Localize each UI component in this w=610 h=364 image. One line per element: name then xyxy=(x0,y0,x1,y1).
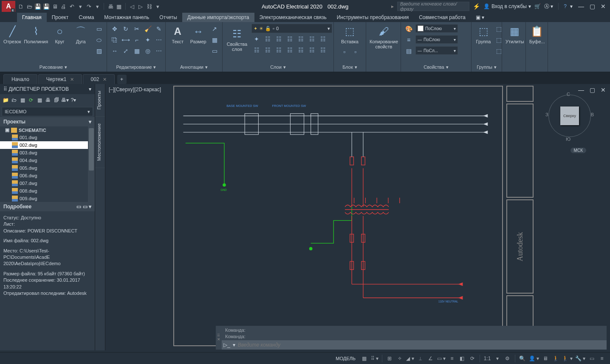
iso-icon[interactable]: ◢ ▾ xyxy=(405,354,415,363)
scale-icon[interactable]: ⤢ xyxy=(121,46,131,56)
erase-icon[interactable]: 🧹 xyxy=(143,24,153,34)
insert-button[interactable]: ⬚Вставка xyxy=(337,24,363,45)
projects-section[interactable]: Проекты▾ xyxy=(0,117,95,126)
layer-icon[interactable]: ✦ xyxy=(251,34,262,44)
layer-icon[interactable]: ☷ xyxy=(274,45,284,55)
user-icon[interactable]: 👤 ▾ xyxy=(528,354,540,363)
print-icon[interactable]: 🖶 xyxy=(107,3,114,10)
drag-handle-icon[interactable]: ⠿✕ xyxy=(216,326,222,350)
tree-file[interactable]: 009.dwg xyxy=(0,195,95,202)
table-icon[interactable]: ▦ xyxy=(209,35,220,45)
tab-panel[interactable]: Монтажная панель xyxy=(99,13,154,22)
command-input[interactable] xyxy=(238,342,605,348)
tree-file[interactable]: 006.dwg xyxy=(0,172,95,179)
arc-button[interactable]: ⌒Дуга xyxy=(71,24,90,45)
web-icon[interactable]: 🖥 xyxy=(51,3,59,10)
prev-icon[interactable]: ◁ xyxy=(128,3,136,10)
chevron-icon[interactable]: ▾ xyxy=(233,342,235,348)
tab-reports[interactable]: Отчеты xyxy=(154,13,182,22)
stretch-icon[interactable]: ↔ xyxy=(110,46,120,56)
copy-icon[interactable]: ⿻ xyxy=(110,35,120,45)
edit-icon[interactable]: ✎ xyxy=(154,24,164,34)
saveas-icon[interactable]: 💾 xyxy=(42,3,50,10)
filetab-start[interactable]: Начало xyxy=(3,74,37,84)
tree-file[interactable]: 005.dwg xyxy=(0,164,95,172)
utilities-button[interactable]: ▦Утилиты xyxy=(505,24,525,45)
open-icon[interactable]: 🗁 xyxy=(10,96,18,104)
clipboard-button[interactable]: 📋Буфе... xyxy=(528,24,546,45)
help-icon[interactable]: ?▾ xyxy=(70,96,77,104)
group-button[interactable]: ⬚Группа xyxy=(474,24,493,56)
tree-file[interactable]: 007.dwg xyxy=(0,179,95,187)
close-icon[interactable]: ✕ xyxy=(103,77,107,82)
filetab-002[interactable]: 002✕ xyxy=(83,74,115,84)
trans-icon[interactable]: ◧ xyxy=(458,354,467,363)
chevron-down-icon[interactable]: ▾ xyxy=(93,3,101,10)
tab-featured[interactable]: ▣ ▾ xyxy=(471,13,489,22)
scrollbar[interactable] xyxy=(88,126,95,202)
cart-icon[interactable]: 🛒 xyxy=(534,3,541,9)
publish-icon[interactable]: 🖶 xyxy=(44,96,52,104)
array-icon[interactable]: ▦ xyxy=(132,46,142,56)
panel-title[interactable]: Аннотации ▾ xyxy=(168,62,220,72)
panel-title[interactable]: Блок ▾ xyxy=(336,62,363,72)
polyline-button[interactable]: ⌇Полилиния xyxy=(24,24,48,45)
tools-icon[interactable]: 🔧 ▾ xyxy=(574,354,586,363)
ellipse-icon[interactable]: ⬭ xyxy=(94,35,104,45)
monitor-icon[interactable]: 🖥 xyxy=(541,354,550,363)
minimize-icon[interactable]: — xyxy=(576,2,586,11)
tab-convert[interactable]: Инструменты преобразования xyxy=(332,13,414,22)
app-icon[interactable]: Ⓐ ▾ xyxy=(544,3,553,10)
task-icon[interactable]: ▦ xyxy=(36,96,43,104)
panel-title[interactable]: Свойства ▾ xyxy=(404,62,469,72)
layer-icon[interactable]: ☷ xyxy=(251,45,262,55)
layer-icon[interactable]: ☷ xyxy=(318,34,328,44)
more-icon[interactable]: ⋯ xyxy=(154,35,164,45)
add-tab-button[interactable]: + xyxy=(117,75,127,84)
search-input[interactable]: Введите ключевое слово/фразу xyxy=(397,2,469,11)
clean-icon[interactable]: ▭ xyxy=(587,354,596,363)
layer-icon[interactable]: ☷ xyxy=(285,34,295,44)
mirror-icon[interactable]: ⟷ xyxy=(121,35,131,45)
tree-file[interactable]: 002.dwg xyxy=(0,141,95,149)
lineweight-icon[interactable]: ≡ xyxy=(404,35,414,45)
bolt-icon[interactable]: ⚡ xyxy=(473,3,480,10)
dynucs-icon[interactable]: ▭ ▾ xyxy=(436,354,446,363)
lwt-icon[interactable]: ≡ xyxy=(447,354,457,363)
details-header[interactable]: Подробнее ▭ ▭ ▾ xyxy=(0,202,95,211)
matchprops-button[interactable]: 🖌Копирование свойств xyxy=(369,24,399,50)
chevron-down-icon[interactable]: ▾ xyxy=(570,3,573,9)
walk-icon[interactable]: 🚶 xyxy=(551,354,560,363)
rect-icon[interactable]: ▭ xyxy=(94,24,104,34)
tab-electromech[interactable]: Электромеханическая связь xyxy=(254,13,332,22)
grid-icon[interactable]: ▦ xyxy=(360,354,369,363)
tree-folder[interactable]: ▣ SCHEMATIC xyxy=(0,126,95,134)
save-icon[interactable]: 💾 xyxy=(34,3,42,10)
dimension-button[interactable]: ↔Размер xyxy=(189,24,208,45)
close-icon[interactable]: ✕ xyxy=(598,2,608,11)
plot-icon[interactable]: 🖨 xyxy=(59,3,67,10)
field-icon[interactable]: ▭ xyxy=(209,46,220,56)
chevron-down-icon[interactable]: ▾ xyxy=(89,86,91,92)
app-logo[interactable]: A xyxy=(2,1,15,12)
panel-title[interactable]: Группы ▾ xyxy=(474,62,499,72)
layer-combo[interactable]: ✦☀🔓▫ 0 ▾ xyxy=(251,24,332,33)
layer-icon[interactable]: ☷ xyxy=(307,45,317,55)
vtab-projects[interactable]: Проекты xyxy=(95,84,105,117)
viewcube[interactable]: Сверху С Ю В З xyxy=(546,92,593,139)
chain-icon[interactable]: ⛓ xyxy=(145,3,153,10)
snap-icon[interactable]: ⠿ ▾ xyxy=(370,354,379,363)
filetab-drawing1[interactable]: Чертеж1✕ xyxy=(38,74,82,84)
trim-icon[interactable]: ✂ xyxy=(132,24,142,34)
move-icon[interactable]: ✥ xyxy=(110,24,120,34)
zip-icon[interactable]: 🗐 xyxy=(53,96,60,104)
cycle-icon[interactable]: ⟳ xyxy=(468,354,477,363)
polar-icon[interactable]: ✧ xyxy=(395,354,404,363)
tab-scheme[interactable]: Схема xyxy=(73,13,99,22)
lineweight-combo[interactable]: —ПоСлою▾ xyxy=(415,35,458,44)
layer-icon[interactable]: ☷ xyxy=(285,45,295,55)
offset-icon[interactable]: ◎ xyxy=(143,46,153,56)
gear-icon[interactable]: ⚙ xyxy=(503,354,512,363)
layer-icon[interactable]: ☷ xyxy=(274,34,284,44)
block-icon[interactable]: ▫ xyxy=(350,47,361,57)
